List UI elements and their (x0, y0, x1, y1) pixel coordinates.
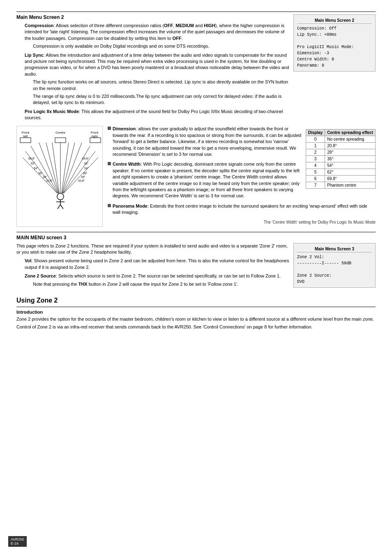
svg-line-12 (60, 205, 63, 209)
footer: AVR250 E-24 (8, 536, 27, 547)
svg-text:69.8°: 69.8° (28, 157, 35, 160)
cw-table-row: 562° (306, 169, 375, 176)
compression-medium-label: MEDIUM (175, 23, 194, 28)
svg-line-16 (46, 143, 59, 193)
cw-effect-value: 54° (325, 162, 376, 169)
svg-line-17 (62, 143, 75, 193)
cw-display-value: 7 (306, 182, 325, 189)
infobox3-line3 (297, 266, 372, 273)
dimension-title: Dimension (113, 126, 136, 131)
cw-display-value: 6 (306, 176, 325, 182)
screen2-title: Main Menu Screen 2 (16, 14, 289, 20)
cw-table-row: 7Phantom centre (306, 182, 375, 189)
pro-logic-label: Pro Logic IIx Music Mode (25, 109, 79, 114)
vol-block: Vol: Shows present volume being used in … (25, 258, 289, 271)
screen2-infobox: Main Menu Screen 2 Compression: Off Lip … (293, 14, 376, 123)
cw-table-row: 336° (306, 156, 375, 162)
svg-text:28°: 28° (81, 176, 85, 178)
centre-width-content: Centre Width: With Pro Logic decoding, d… (113, 161, 302, 201)
svg-text:36°: 36° (38, 172, 43, 175)
compression-note: Compression is only available on Dolby D… (33, 43, 289, 49)
svg-text:36°: 36° (83, 172, 88, 175)
prologic-text-area: Display Centre spreading effect 0No cent… (108, 126, 376, 227)
infobox2-line7: Panorama: 0 (297, 62, 372, 69)
cw-header-effect: Centre spreading effect (325, 130, 376, 136)
cw-effect-value: 69.8° (325, 176, 376, 182)
zone2-thx: THX (78, 282, 88, 287)
cw-display-value: 2 (306, 149, 325, 156)
svg-point-8 (57, 193, 64, 200)
svg-line-19 (62, 143, 82, 193)
cw-display-value: 1 (306, 143, 325, 149)
cw-display-value: 0 (306, 136, 325, 143)
vol-text: : Shows present volume being used in Zon… (25, 258, 289, 269)
cw-effect-value: 62° (325, 169, 376, 176)
cw-table-row: 669.8° (306, 176, 375, 182)
svg-text:Centre: Centre (55, 131, 66, 134)
infobox2-line5: Dimension: -3 (297, 50, 372, 56)
svg-line-11 (58, 205, 60, 209)
dimension-content: Dimension: allows the user gradually to … (113, 126, 302, 159)
panorama-para: Panorama Mode: Extends the front centre … (113, 203, 376, 216)
main-menu-screen2-display: Main Menu Screen 2 Compression: Off Lip … (293, 14, 376, 72)
panorama-text: : Extends the front centre image to incl… (113, 204, 367, 215)
infobox2-line1: Compression: Off (297, 25, 372, 32)
cw-effect-value: 36° (325, 156, 376, 162)
svg-rect-5 (20, 138, 31, 143)
cw-display-value: 5 (306, 169, 325, 176)
lip-sync-label: Lip Sync (25, 53, 44, 58)
zone2-note-text1: Note that pressing the (33, 282, 78, 287)
vol-para: Vol: Shows present volume being used in … (25, 258, 289, 271)
centre-width-para: Centre Width: With Pro Logic decoding, d… (113, 161, 302, 199)
using-zone2-title: Using Zone 2 (16, 297, 376, 304)
dimension-block: Dimension: allows the user gradually to … (108, 126, 302, 159)
infobox3-line1: Zone 2 Vol: (297, 254, 372, 260)
dimension-text: : allows the user gradually to adjust th… (113, 126, 301, 157)
svg-text:54°: 54° (84, 167, 89, 170)
speaker-diagram: Front left Centre Front right (16, 126, 103, 227)
zone2-source-para: Zone 2 Source: Selects which source is s… (25, 273, 289, 279)
screen3-container: This page refers to Zone 2 functions. Th… (16, 243, 376, 291)
cw-table-row: 228° (306, 149, 375, 156)
zone2-source-text: : Selects which source is sent to Zone 2… (56, 273, 281, 278)
centre-width-text: : With Pro Logic decoding, dominant cent… (113, 162, 300, 198)
compression-high-label: HIGH (204, 23, 215, 28)
intro-title: Introduction (16, 310, 376, 314)
svg-line-18 (39, 143, 58, 193)
lip-sync-para: Lip Sync: Allows the introduction and ad… (25, 52, 289, 78)
compression-block: Compression: Allows selection of three d… (25, 23, 289, 50)
centre-width-table: Display Centre spreading effect 0No cent… (306, 129, 376, 189)
cw-effect-value: No centre spreading (325, 136, 376, 143)
pro-logic-para: Pro Logic IIx Music Mode: This allows th… (25, 109, 289, 121)
dimension-bullet (108, 127, 111, 130)
screen3-section: MAIN MENU screen 3 This page refers to Z… (16, 235, 376, 291)
cw-effect-value: 20.8° (325, 143, 376, 149)
prologic-detail: Front left Centre Front right (16, 126, 376, 227)
svg-rect-6 (55, 138, 66, 143)
screen3-intro: This page refers to Zone 2 functions. Th… (16, 243, 289, 256)
speaker-diagram-svg: Front left Centre Front right (19, 129, 101, 211)
lip-sync-note1: The lip sync function works on all sourc… (33, 79, 289, 92)
cw-caption: The 'Centre Width' setting for Dolby Pro… (108, 220, 376, 225)
using-zone2-section: Using Zone 2 Introduction Zone 2 provide… (16, 297, 376, 331)
main-menu-screen3-display: Main Menu Screen 3 Zone 2 Vol: ---------… (293, 243, 376, 288)
cw-table-row: 0No centre spreading (306, 136, 375, 143)
svg-rect-7 (90, 138, 101, 143)
lip-sync-note2: The range of lip sync delay is 0 to 220 … (33, 93, 289, 106)
svg-line-23 (63, 151, 95, 193)
compression-off-label: OFF (164, 23, 173, 28)
compression-label: Compression (25, 23, 53, 28)
cw-effect-value: Phantom centre (325, 182, 376, 189)
lip-sync-text: : Allows the introduction and adjustment… (25, 53, 289, 76)
cw-header-display: Display (306, 130, 325, 136)
intro-text2: Control of Zone 2 is via an infra-red re… (16, 324, 376, 330)
svg-text:20.8°: 20.8° (46, 179, 53, 182)
infobox3-line2: ----------I------ 50dB (297, 260, 372, 266)
centre-width-title: Centre Width (113, 162, 141, 166)
compression-text1: : Allows selection of three different co… (53, 23, 164, 28)
infobox2-line2: Lip Sync.: +00ms (297, 32, 372, 38)
zone2-source-label: Zone 2 Source (25, 273, 56, 278)
lip-sync-block: Lip Sync: Allows the introduction and ad… (25, 52, 289, 106)
top-rule (16, 12, 376, 12)
infobox3-line5: DVD (297, 279, 372, 285)
